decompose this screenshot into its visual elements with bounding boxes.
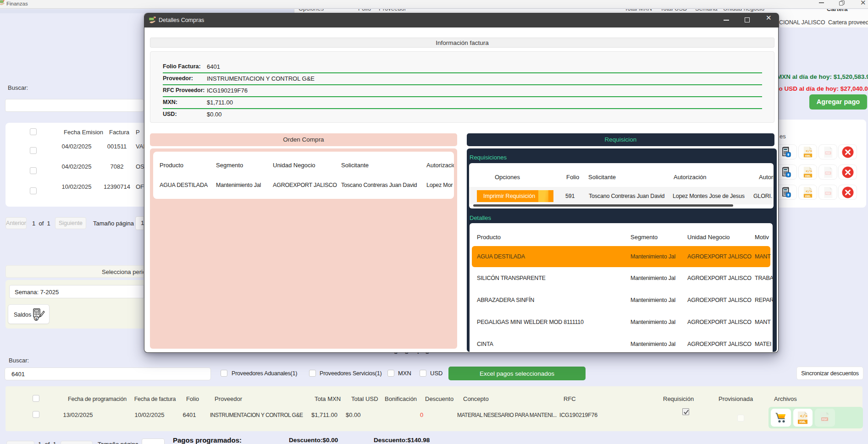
svg-text:PDF: PDF: [825, 151, 830, 154]
svg-text:</>: </>: [800, 414, 807, 419]
svg-text:PDF: PDF: [825, 192, 830, 194]
svg-text:XML: XML: [805, 174, 811, 177]
svg-text:</>: </>: [806, 149, 812, 153]
svg-text:XML: XML: [799, 420, 807, 423]
svg-text:$: $: [35, 317, 38, 321]
svg-text:</>: </>: [806, 189, 812, 193]
svg-text:PDF: PDF: [822, 418, 828, 421]
svg-text:XML: XML: [805, 153, 811, 157]
svg-text:</>: </>: [806, 169, 812, 173]
svg-text:XML: XML: [805, 194, 811, 197]
svg-text:PDF: PDF: [825, 171, 830, 174]
